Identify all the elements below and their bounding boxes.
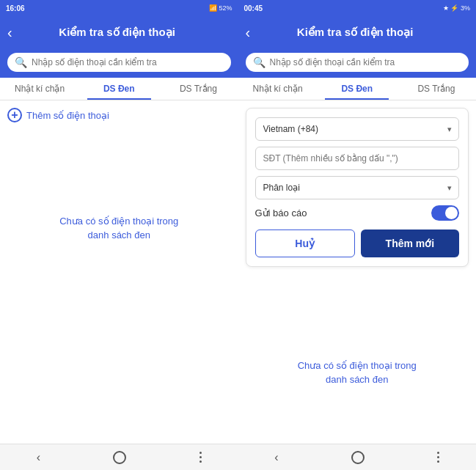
add-new-button[interactable]: Thêm mới xyxy=(361,230,459,257)
status-icons-left: 📶 52% xyxy=(209,4,232,12)
add-form-card: Vietnam (+84) ▾ Phân loại ▾ Gửi báo cáo … xyxy=(246,108,469,267)
phone-number-input[interactable] xyxy=(255,147,460,170)
cancel-button[interactable]: Huỷ xyxy=(255,230,355,257)
header-title-left: Kiểm tra số điện thoại xyxy=(18,26,231,39)
back-button-right[interactable]: ‹ xyxy=(246,24,251,41)
tab-ds-den-left[interactable]: DS Đen xyxy=(79,78,158,100)
empty-state-right: Chưa có số điện thoại trongdanh sách đen xyxy=(246,274,469,444)
right-panel: 00:45 ★ ⚡ 3% ‹ Kiểm tra số điện thoại 🔍 … xyxy=(238,0,477,470)
content-left: + Thêm số điện thoại Chưa có số điện tho… xyxy=(0,100,238,444)
category-select[interactable]: Phân loại xyxy=(255,176,460,199)
nav-menu-right[interactable] xyxy=(437,452,439,463)
empty-text-right: Chưa có số điện thoại trongdanh sách đen xyxy=(298,359,417,387)
left-panel: 16:06 📶 52% ‹ Kiểm tra số điện thoại 🔍 N… xyxy=(0,0,238,470)
tab-ds-trang-left[interactable]: DS Trắng xyxy=(158,78,238,100)
search-bar-right: 🔍 xyxy=(238,48,477,78)
nav-back-left[interactable]: ‹ xyxy=(37,451,40,464)
add-phone-label-left: Thêm số điện thoại xyxy=(26,110,109,121)
tabs-left: Nhật kí chặn DS Đen DS Trắng xyxy=(0,78,238,100)
add-phone-button-left[interactable]: + Thêm số điện thoại xyxy=(7,108,231,122)
tabs-right: Nhật kí chặn DS Đen DS Trắng xyxy=(238,78,477,100)
search-wrap-left: 🔍 xyxy=(7,53,231,72)
nav-menu-left[interactable] xyxy=(199,452,202,463)
nav-home-right[interactable] xyxy=(351,451,365,464)
search-bar-left: 🔍 xyxy=(0,48,238,78)
tab-nhat-ki-chan-left[interactable]: Nhật kí chặn xyxy=(0,78,79,100)
tab-ds-den-right[interactable]: DS Đen xyxy=(318,78,397,100)
empty-state-left: Chưa có số điện thoại trongdanh sách đen xyxy=(7,130,231,327)
country-select[interactable]: Vietnam (+84) xyxy=(255,117,460,141)
status-bar-right: 00:45 ★ ⚡ 3% xyxy=(238,0,477,16)
search-wrap-right: 🔍 xyxy=(246,53,469,72)
search-icon-left: 🔍 xyxy=(15,56,27,68)
tab-ds-trang-right[interactable]: DS Trắng xyxy=(397,78,476,100)
empty-text-left: Chưa có số điện thoại trongdanh sách đen xyxy=(59,214,178,243)
bottom-nav-left: ‹ xyxy=(0,444,238,470)
header-title-right: Kiểm tra số điện thoại xyxy=(256,26,469,39)
nav-back-right[interactable]: ‹ xyxy=(274,451,278,464)
time-right: 00:45 xyxy=(244,4,263,12)
form-button-row: Huỷ Thêm mới xyxy=(255,230,460,257)
nav-home-left[interactable] xyxy=(113,451,126,464)
search-icon-right: 🔍 xyxy=(253,56,266,68)
status-bar-left: 16:06 📶 52% xyxy=(0,0,238,16)
category-select-wrap: Phân loại ▾ xyxy=(255,176,460,199)
search-input-left[interactable] xyxy=(32,57,224,67)
content-right: Vietnam (+84) ▾ Phân loại ▾ Gửi báo cáo … xyxy=(238,100,477,444)
header-left: ‹ Kiểm tra số điện thoại xyxy=(0,16,238,48)
send-report-row: Gửi báo cáo xyxy=(255,205,460,221)
send-report-toggle[interactable] xyxy=(431,205,459,221)
status-icons-right: ★ ⚡ 3% xyxy=(443,4,470,12)
send-report-label: Gửi báo cáo xyxy=(255,208,307,219)
time-left: 16:06 xyxy=(6,4,25,12)
tab-nhat-ki-chan-right[interactable]: Nhật kí chặn xyxy=(238,78,318,100)
add-circle-icon-left: + xyxy=(7,108,22,122)
header-right: ‹ Kiểm tra số điện thoại xyxy=(238,16,477,48)
bottom-nav-right: ‹ xyxy=(238,444,477,470)
search-input-right[interactable] xyxy=(270,57,462,67)
back-button-left[interactable]: ‹ xyxy=(7,24,12,41)
country-select-wrap: Vietnam (+84) ▾ xyxy=(255,117,460,141)
